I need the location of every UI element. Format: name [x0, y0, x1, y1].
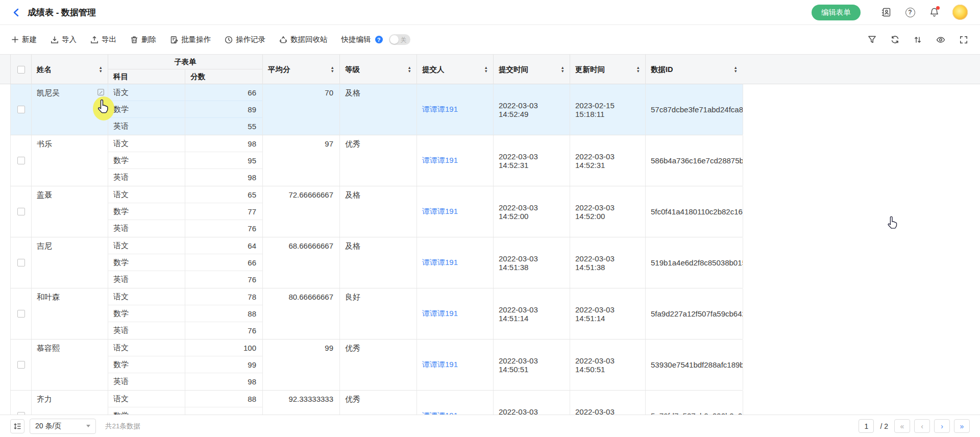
score-subcell: 76 — [185, 220, 262, 237]
table-row[interactable]: 齐力语文数学8892.33333333优秀谭谭谭1912022-03-03 14… — [10, 391, 743, 415]
page-total-label: / 2 — [880, 422, 888, 430]
row-checkbox[interactable] — [17, 157, 25, 164]
row-name: 书乐 — [37, 139, 52, 149]
column-header-grade[interactable]: 等级 ▲▼ — [340, 55, 417, 84]
name-cell: 书乐 — [32, 135, 108, 186]
new-button[interactable]: 新建 — [11, 35, 37, 44]
back-icon[interactable] — [11, 8, 20, 17]
average-cell: 72.66666667 — [263, 186, 340, 237]
table-row[interactable]: 盖聂语文数学英语65777672.66666667及格谭谭谭1912022-03… — [10, 186, 743, 237]
table-row[interactable]: 慕容熙语文数学英语100999899优秀谭谭谭1912022-03-03 14:… — [10, 339, 743, 391]
quick-edit-help-icon[interactable]: ? — [375, 36, 383, 43]
sort-icon[interactable] — [913, 35, 923, 45]
table-header: 姓名 ▲▼ 子表单 科目 分数 平均分 ▲▼ 等级 ▲▼ 提交人 ▲▼ 提交时间… — [0, 55, 980, 84]
select-all-checkbox[interactable] — [17, 66, 25, 74]
fullscreen-icon[interactable] — [959, 35, 969, 45]
pagination-bar: 20 条/页 共21条数据 / 2 « ‹ › » — [0, 415, 980, 437]
sort-toggle-icon[interactable]: ▲▼ — [99, 66, 103, 72]
recycle-bin-button[interactable]: 数据回收站 — [279, 35, 328, 44]
subject-subcell: 数学 — [108, 152, 185, 169]
edit-form-button[interactable]: 编辑表单 — [812, 5, 861, 20]
table-row[interactable]: 和叶森语文数学英语78887680.66666667良好谭谭谭1912022-0… — [10, 288, 743, 339]
prev-page-button[interactable]: ‹ — [914, 419, 930, 433]
sort-toggle-icon[interactable]: ▲▼ — [331, 66, 334, 72]
sort-toggle-icon[interactable]: ▲▼ — [636, 66, 640, 72]
name-cell: 和叶森 — [32, 288, 108, 339]
refresh-icon[interactable] — [890, 35, 900, 45]
column-header-average[interactable]: 平均分 ▲▼ — [263, 55, 340, 84]
score-subcell: 88 — [185, 391, 262, 407]
quick-edit-label: 快捷编辑 — [341, 35, 371, 44]
page-size-select[interactable]: 20 条/页 — [30, 419, 96, 434]
filter-icon[interactable] — [867, 35, 877, 45]
subject-subcell: 数学 — [108, 254, 185, 271]
quick-edit-toggle[interactable]: 关 — [389, 34, 410, 45]
first-page-button[interactable]: « — [894, 419, 910, 433]
submitter-cell: 谭谭谭191 — [417, 391, 494, 415]
column-header-submit-time[interactable]: 提交时间 ▲▼ — [494, 55, 570, 84]
column-header-submitter[interactable]: 提交人 ▲▼ — [417, 55, 494, 84]
sort-toggle-icon[interactable]: ▲▼ — [484, 66, 488, 72]
average-cell: 70 — [263, 84, 340, 135]
submitter-link[interactable]: 谭谭谭191 — [422, 207, 458, 216]
avatar[interactable] — [952, 5, 968, 20]
score-subcell: 98 — [185, 373, 262, 390]
help-icon[interactable]: ? — [904, 7, 916, 18]
grade-cell: 及格 — [340, 186, 417, 237]
row-checkbox[interactable] — [17, 208, 25, 215]
submitter-link[interactable]: 谭谭谭191 — [422, 411, 458, 415]
delete-button[interactable]: 删除 — [130, 35, 156, 44]
submitter-link[interactable]: 谭谭谭191 — [422, 360, 458, 370]
table-row[interactable]: 吉尼语文数学英语64667668.66666667及格谭谭谭1912022-03… — [10, 237, 743, 288]
sort-toggle-icon[interactable]: ▲▼ — [734, 66, 738, 72]
data-id-cell: 5fa9d227a12f507fa59cb642 — [646, 288, 743, 339]
row-height-button[interactable] — [10, 419, 24, 433]
contacts-icon[interactable] — [880, 7, 892, 18]
column-header-update-time[interactable]: 更新时间 ▲▼ — [570, 55, 646, 84]
name-cell: 齐力 — [32, 391, 108, 415]
submitter-link[interactable]: 谭谭谭191 — [422, 105, 458, 114]
page-number-input[interactable] — [859, 419, 874, 433]
table-row[interactable]: 书乐语文数学英语98959897优秀谭谭谭1912022-03-03 14:52… — [10, 135, 743, 186]
next-page-button[interactable]: › — [934, 419, 950, 433]
subject-cell: 语文数学英语 — [108, 288, 185, 339]
column-header-name[interactable]: 姓名 ▲▼ — [32, 55, 108, 84]
op-log-button[interactable]: 操作记录 — [225, 35, 265, 44]
data-id-cell: 5fc0f41a4180110c2b82c16b — [646, 186, 743, 237]
edit-icon[interactable] — [97, 88, 105, 98]
sort-toggle-icon[interactable]: ▲▼ — [408, 66, 411, 72]
submitter-cell: 谭谭谭191 — [417, 237, 494, 288]
row-checkbox-cell — [11, 135, 32, 186]
clock-icon — [225, 36, 233, 44]
subject-subcell: 语文 — [108, 135, 185, 152]
notification-bell-icon[interactable] — [928, 7, 940, 18]
submitter-link[interactable]: 谭谭谭191 — [422, 309, 458, 319]
visibility-eye-icon[interactable] — [936, 35, 946, 45]
score-subcell: 99 — [185, 356, 262, 373]
score-subcell: 66 — [185, 254, 262, 271]
last-page-button[interactable]: » — [954, 419, 970, 433]
submitter-link[interactable]: 谭谭谭191 — [422, 156, 458, 165]
update-time-cell: 2022-03-03 14:52:00 — [570, 186, 646, 237]
submit-time-cell: 2022-03-03 14:52:49 — [494, 84, 570, 135]
column-header-data-id[interactable]: 数据ID ▲▼ — [646, 55, 743, 84]
score-subcell: 98 — [185, 169, 262, 186]
row-checkbox[interactable] — [17, 106, 25, 113]
toggle-state-label: 关 — [401, 36, 407, 44]
export-button[interactable]: 导出 — [90, 35, 116, 44]
grade-cell: 优秀 — [340, 135, 417, 186]
batch-ops-button[interactable]: 批量操作 — [170, 35, 211, 44]
sort-toggle-icon[interactable]: ▲▼ — [561, 66, 565, 72]
row-checkbox-cell — [11, 339, 32, 390]
row-checkbox[interactable] — [17, 310, 25, 318]
grade-cell: 优秀 — [340, 339, 417, 390]
page-title: 成绩表 - 数据管理 — [28, 7, 96, 18]
submitter-link[interactable]: 谭谭谭191 — [422, 258, 458, 268]
row-checkbox[interactable] — [17, 361, 25, 369]
table-row[interactable]: 凯尼吴 语文数学英语66895570及格谭谭谭1912022-03-03 14:… — [10, 84, 743, 135]
import-button[interactable]: 导入 — [51, 35, 77, 44]
row-checkbox[interactable] — [17, 412, 25, 415]
data-id-cell: 5a76fd7a527ab0a990b3a9dd — [646, 391, 743, 415]
row-checkbox[interactable] — [17, 259, 25, 266]
name-cell: 凯尼吴 — [32, 84, 108, 135]
